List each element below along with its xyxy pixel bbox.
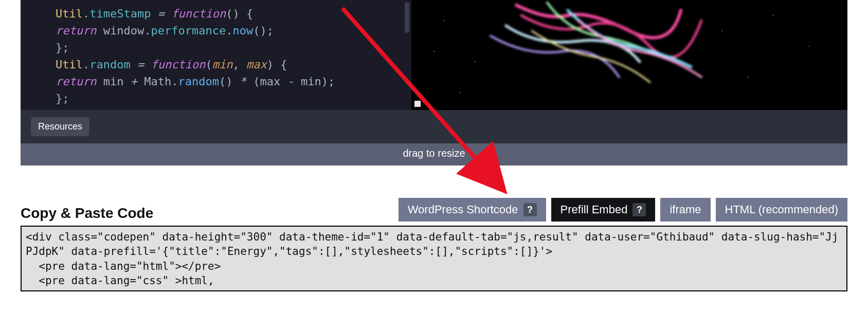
tab-iframe[interactable]: iframe xyxy=(660,198,710,222)
code-token: Util xyxy=(56,7,83,20)
svg-point-7 xyxy=(721,30,722,31)
embed-container: Util.timeStamp = function() { return win… xyxy=(21,0,847,166)
embed-tabs: WordPress Shortcode ? Prefill Embed ? if… xyxy=(399,198,847,222)
tab-wordpress-shortcode[interactable]: WordPress Shortcode ? xyxy=(399,198,546,222)
editor-toolbar: Resources xyxy=(21,110,847,143)
svg-point-5 xyxy=(809,46,810,47)
svg-point-3 xyxy=(747,77,748,78)
scrollbar-thumb[interactable] xyxy=(405,2,409,33)
svg-point-2 xyxy=(773,15,774,16)
code-editor-pane[interactable]: Util.timeStamp = function() { return win… xyxy=(21,0,411,110)
svg-point-4 xyxy=(459,92,460,93)
copy-paste-section: Copy & Paste Code WordPress Shortcode ? … xyxy=(21,198,847,291)
tab-prefill-embed[interactable]: Prefill Embed ? xyxy=(551,198,656,222)
help-icon[interactable]: ? xyxy=(523,203,537,216)
particle-visualization xyxy=(411,0,847,110)
help-icon[interactable]: ? xyxy=(632,203,646,216)
editor-row: Util.timeStamp = function() { return win… xyxy=(21,0,847,110)
drag-to-resize-bar[interactable]: drag to resize xyxy=(21,143,847,166)
resources-button[interactable]: Resources xyxy=(31,117,89,136)
preview-pane[interactable] xyxy=(411,0,847,110)
tab-html-recommended[interactable]: HTML (recommended) xyxy=(716,198,847,222)
svg-point-0 xyxy=(444,20,445,21)
embed-code-textarea[interactable]: <div class="codepen" data-height="300" d… xyxy=(21,226,847,291)
svg-point-6 xyxy=(433,51,435,52)
copy-paste-title: Copy & Paste Code xyxy=(21,205,153,222)
svg-point-1 xyxy=(475,61,476,62)
resize-handle-icon[interactable] xyxy=(414,101,421,107)
